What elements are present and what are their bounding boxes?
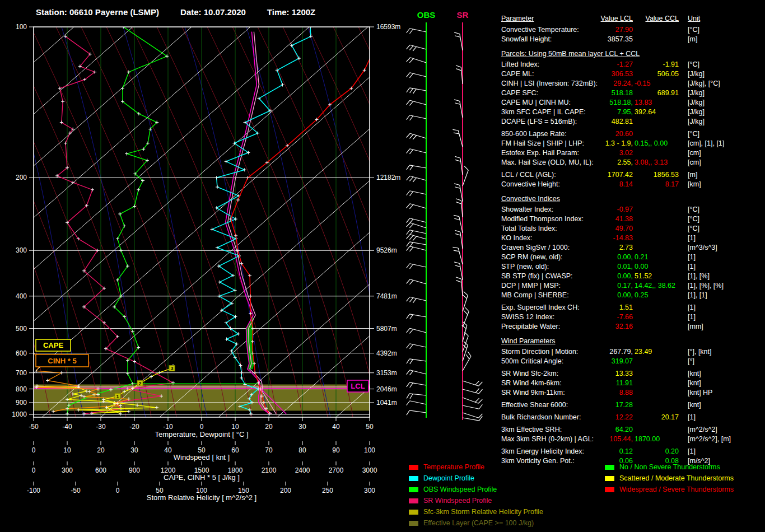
axis-tick-label: 300 (364, 487, 375, 494)
value-lcl: 2.55, (574, 158, 633, 166)
axis-tick-label: -30 (96, 423, 106, 431)
value-extra: 0.00 (635, 263, 648, 270)
axis-tick-label: -50 (71, 487, 81, 494)
param-label: Showalter Index: (501, 206, 553, 213)
param-label: CAPE ML: (501, 70, 534, 78)
wind-barb (455, 156, 463, 175)
height-tick-label: 2046m (376, 385, 397, 393)
svg-text:1: 1 (116, 394, 119, 399)
wind-barb (407, 382, 426, 388)
axis-tick-label: -100 (27, 487, 40, 494)
unit-label: [°C] (688, 215, 699, 223)
wind-barb (407, 218, 426, 223)
param-label: SB STP (fix) | CWASP: (501, 272, 573, 280)
value-lcl: 267.79, (574, 348, 633, 356)
axis-tick-label: 30 (130, 446, 138, 454)
table-row: MB Comp | SHERBE:0.00, 0.25[1], [1] (501, 291, 764, 301)
wind-barb (463, 404, 482, 409)
table-row: 3km Energy Helicity Index:0.120.20[1] (501, 447, 764, 457)
value-lcl: 32.16 (574, 323, 633, 330)
value-lcl: 518.18, (574, 99, 633, 106)
unit-label: [°C] (688, 225, 699, 232)
unit-label: [J/kg] (688, 89, 705, 97)
value-lcl: 3857.35 (574, 35, 633, 43)
axis-tick-label: 30 (298, 423, 306, 431)
axis-title: Windspeed [ knt ] (174, 453, 230, 461)
wind-barb (407, 246, 426, 251)
obs-column-label: OBS (417, 10, 436, 20)
value-extra: 51.52 (635, 272, 652, 280)
value-extra: 0.15,, 0.00 (635, 139, 668, 147)
unit-label: [1], [%], [%] (688, 282, 724, 290)
param-label: Effective Shear 6000: (501, 401, 568, 409)
legend-swatch-icon (605, 476, 614, 481)
value-extra: 0.25 (635, 291, 648, 299)
param-label: CAPE MU | CINH MU: (501, 99, 571, 106)
wind-barb (407, 100, 426, 105)
wind-barb (407, 235, 426, 241)
table-row: Precipitable Water:32.16[mm] (501, 323, 764, 332)
pressure-tick-label: 400 (16, 292, 27, 300)
unit-label: [knt] HP (688, 389, 712, 396)
value-lcl: 319.07 (574, 357, 633, 365)
wind-barb (407, 133, 426, 139)
value-lcl: 29.24, (574, 80, 633, 87)
svg-text:3: 3 (171, 366, 174, 371)
unit-label: [m^3/s^3] (688, 244, 717, 251)
param-label: KO Index: (501, 234, 533, 242)
axis-title: CAPE, CINH * 5 [ J/kg ] (164, 473, 240, 482)
value-ccl: -1.91 (636, 60, 679, 68)
unit-label: [cm] (688, 158, 701, 166)
unit-label: [1] (688, 253, 696, 261)
table-row: Lifted Index:-1.27-1.91[°C] (501, 60, 764, 70)
wind-barb (463, 332, 468, 352)
wind-barb (407, 29, 426, 34)
value-ccl: 506.05 (636, 70, 679, 78)
value-lcl: 8.14 (574, 180, 633, 188)
wind-barb (407, 165, 426, 170)
unit-label: [1] (688, 304, 696, 311)
unit-label: [knt] (688, 401, 701, 409)
legend-swatch-icon (409, 487, 418, 492)
unit-label: [m^2/s^2] (688, 426, 717, 433)
value-lcl: 1.3 - 1.9, (574, 139, 633, 147)
unit-label: [knt] (688, 370, 701, 377)
axis-tick-label: 2400 (295, 466, 310, 474)
table-section-title: Convective Indices (501, 195, 764, 206)
wind-barb (454, 100, 463, 118)
axis-tick-label: -10 (163, 423, 173, 431)
unit-label: [1] (688, 447, 696, 455)
wind-barb (456, 277, 463, 296)
skewt-chart: 123100200300400500600700800900100016593m… (0, 0, 501, 532)
param-label: Bulk Richardson Number: (501, 413, 581, 421)
param-label: 850-600 Lapse Rate: (501, 130, 567, 138)
table-row: CAPE MU | CINH MU:518.18, 13.83[J/kg] (501, 99, 764, 108)
value-ccl: 0.20 (636, 447, 679, 455)
axis-tick-label: 900 (129, 466, 140, 474)
pressure-tick-label: 600 (16, 349, 27, 357)
table-row: Convective Height:8.148.17[km] (501, 180, 764, 190)
legend-item: Dewpoint Profile (409, 473, 543, 484)
value-lcl: 0.00, (574, 272, 633, 280)
legend-item: Temperature Profile (409, 461, 543, 473)
value-lcl: 20.60 (574, 130, 633, 138)
table-row: SWISS 12 Index:-7.66[1] (501, 313, 764, 323)
param-label: Modified Thompson Index: (501, 215, 584, 223)
sounding-plot: 123100200300400500600700800900100016593m… (0, 0, 501, 532)
value-extra: 14.42,, 38.62 (635, 282, 675, 290)
wind-barb (407, 394, 426, 399)
value-lcl: 2.73 (574, 244, 633, 251)
height-tick-label: 12182m (376, 174, 400, 181)
table-row: CINH | LSI (Inversion: 732mB):29.24, -0.… (501, 80, 764, 89)
unit-label: [J/kg] (688, 70, 705, 78)
axis-tick-label: 40 (332, 423, 340, 431)
wind-barb (463, 398, 482, 403)
legend-item: OBS Windspeed Profile (409, 484, 543, 495)
table-header: Parameter Value LCL Value CCL Unit (501, 15, 764, 26)
wind-barb (407, 359, 426, 364)
param-label: SCP RM (new, old): (501, 253, 563, 261)
table-row: STP (new, old):0.01, 0.00[1] (501, 263, 764, 272)
axis-tick-label: 10 (231, 423, 239, 431)
table-row: Craven SigSvr / 1000:2.73[m^3/s^3] (501, 244, 764, 253)
wind-barb (463, 381, 482, 386)
